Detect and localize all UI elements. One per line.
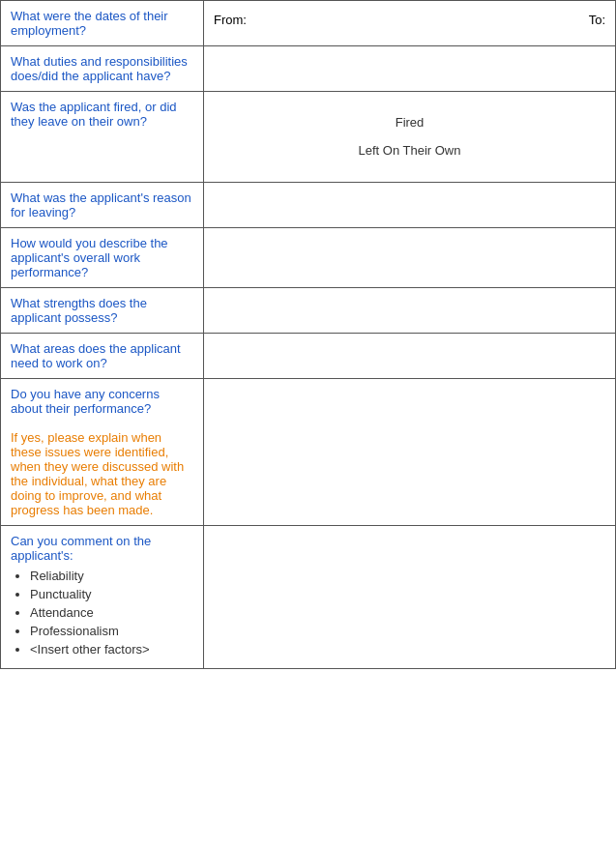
overall-performance-question: How would you describe the applicant's o… (1, 228, 204, 288)
strengths-row: What strengths does the applicant posses… (1, 288, 616, 334)
strengths-text: What strengths does the applicant posses… (11, 296, 147, 325)
comment-on-question: Can you comment on the applicant's: Reli… (1, 526, 204, 669)
comment-on-answer (204, 526, 616, 669)
fired-option: Fired (223, 109, 596, 137)
employment-dates-answer: From: To: (204, 1, 616, 46)
reason-leaving-answer (204, 183, 616, 228)
reason-leaving-text: What was the applicant's reason for leav… (11, 190, 191, 219)
areas-improve-question: What areas does the applicant need to wo… (1, 334, 204, 379)
reference-form-table: What were the dates of their employment?… (0, 0, 616, 669)
areas-improve-text: What areas does the applicant need to wo… (11, 341, 181, 370)
fired-or-left-text: Was the applicant fired, or did they lea… (11, 100, 177, 129)
concerns-answer (204, 379, 616, 526)
areas-improve-answer (204, 334, 616, 379)
overall-performance-answer (204, 228, 616, 288)
fired-or-left-answer: Fired Left On Their Own (204, 92, 616, 183)
comment-on-intro: Can you comment on the applicant's: (11, 534, 151, 563)
employment-dates-row: What were the dates of their employment?… (1, 1, 616, 46)
bullet-professionalism: Professionalism (30, 624, 193, 638)
fired-or-left-row: Was the applicant fired, or did they lea… (1, 92, 616, 183)
duties-answer (204, 46, 616, 92)
from-label: From: (214, 13, 247, 27)
duties-question: What duties and responsibilities does/di… (1, 46, 204, 92)
strengths-answer (204, 288, 616, 334)
concerns-row: Do you have any concerns about their per… (1, 379, 616, 526)
left-own-option: Left On Their Own (223, 137, 596, 165)
duties-row: What duties and responsibilities does/di… (1, 46, 616, 92)
strengths-question: What strengths does the applicant posses… (1, 288, 204, 334)
comment-bullet-list: Reliability Punctuality Attendance Profe… (11, 569, 193, 657)
employment-dates-question: What were the dates of their employment? (1, 1, 204, 46)
bullet-other-factors: <Insert other factors> (30, 642, 193, 657)
bullet-punctuality: Punctuality (30, 587, 193, 601)
bullet-attendance: Attendance (30, 605, 193, 620)
fired-or-left-question: Was the applicant fired, or did they lea… (1, 92, 204, 183)
reason-leaving-row: What was the applicant's reason for leav… (1, 183, 616, 228)
from-to-container: From: To: (214, 9, 605, 31)
fired-options-container: Fired Left On Their Own (214, 100, 605, 174)
comment-on-row: Can you comment on the applicant's: Reli… (1, 526, 616, 669)
overall-performance-row: How would you describe the applicant's o… (1, 228, 616, 288)
concerns-text-1: Do you have any concerns about their per… (11, 387, 160, 416)
overall-performance-text: How would you describe the applicant's o… (11, 236, 168, 279)
employment-dates-text: What were the dates of their employment? (11, 9, 168, 38)
areas-improve-row: What areas does the applicant need to wo… (1, 334, 616, 379)
concerns-question: Do you have any concerns about their per… (1, 379, 204, 526)
concerns-text-2: If yes, please explain when these issues… (11, 430, 184, 517)
to-label: To: (589, 13, 605, 27)
duties-text: What duties and responsibilities does/di… (11, 54, 188, 83)
reason-leaving-question: What was the applicant's reason for leav… (1, 183, 204, 228)
bullet-reliability: Reliability (30, 569, 193, 583)
